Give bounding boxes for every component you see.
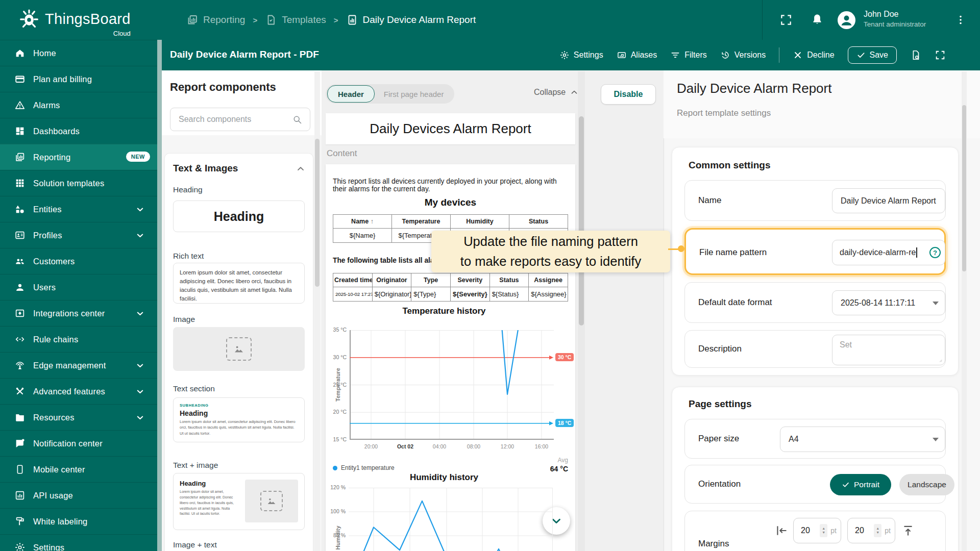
save-button[interactable]: Save — [848, 46, 897, 64]
component-heading[interactable]: Heading — [173, 201, 305, 232]
help-icon[interactable]: ? — [929, 247, 941, 258]
decline-button[interactable]: Decline — [793, 50, 834, 60]
preview-scrollbar-thumb[interactable] — [579, 116, 584, 325]
column-header[interactable]: Originator — [372, 273, 411, 287]
landscape-button[interactable]: Landscape — [899, 474, 954, 495]
sidebar-item-integrations-center[interactable]: Integrations center — [0, 300, 157, 326]
components-search[interactable] — [170, 108, 310, 131]
name-input[interactable]: Daily Device Alarm Report — [832, 188, 945, 213]
paper-size-select[interactable]: A4 — [780, 427, 945, 452]
sidebar-item-settings[interactable]: Settings — [0, 534, 157, 551]
file-name-pattern-row: File name pattern daily-device-alarm-re … — [684, 228, 946, 275]
y-axis-tick: 120 % — [321, 484, 346, 490]
chevron-up-icon[interactable] — [296, 164, 306, 174]
settings-scrollbar-thumb[interactable] — [962, 105, 966, 271]
component-text-image[interactable]: Heading Lorem ipsum dolor sit amet, cons… — [173, 473, 305, 530]
sidebar-item-label: Reporting — [33, 153, 70, 162]
aliases-button[interactable]: Aliases — [617, 50, 657, 60]
brand-sub-label: Cloud — [113, 30, 131, 37]
chart-legend[interactable]: Entity1 temperature — [333, 464, 395, 471]
settings-button[interactable]: Settings — [559, 50, 603, 60]
tab-first-page-header[interactable]: First page header — [375, 90, 453, 98]
breadcrumb-item-templates[interactable]: Templates — [265, 14, 326, 26]
sidebar-item-profiles[interactable]: Profiles — [0, 222, 157, 248]
number-stepper[interactable]: ▲▼ — [820, 524, 827, 537]
column-header[interactable]: Status — [489, 273, 529, 287]
component-text-section[interactable]: SUBHEADING Heading Lorem ipsum dolor sit… — [173, 397, 305, 442]
notifications-bell-icon[interactable] — [811, 13, 824, 26]
sidebar-item-rule-chains[interactable]: Rule chains — [0, 326, 157, 352]
breadcrumb-item-daily-device-alarm-report[interactable]: Daily Device Alarm Report — [346, 14, 476, 26]
image-placeholder — [245, 480, 298, 522]
expand-fullscreen-icon[interactable] — [935, 49, 946, 61]
sidebar-item-alarms[interactable]: Alarms — [0, 92, 157, 118]
column-header[interactable]: Status — [509, 215, 568, 229]
component-label-heading: Heading — [173, 185, 203, 194]
brand-logo[interactable]: ThingsBoard Cloud — [17, 7, 131, 31]
sidebar-item-home[interactable]: Home — [0, 40, 157, 66]
y-axis-tick: 30 °C — [322, 354, 347, 360]
disable-button[interactable]: Disable — [601, 84, 656, 105]
component-rich-text[interactable]: Lorem ipsum dolor sit amet, consectetur … — [173, 263, 305, 304]
sidebar-item-solution-templates[interactable]: Solution templates — [0, 170, 157, 196]
y-axis-tick: 35 °C — [322, 327, 347, 333]
x-axis-tick: 16:00 — [526, 443, 557, 449]
breadcrumb-item-reporting[interactable]: Reporting — [186, 14, 245, 26]
resources-icon — [14, 412, 26, 423]
avatar[interactable] — [838, 11, 855, 29]
sidebar-item-resources[interactable]: Resources — [0, 404, 157, 430]
column-header[interactable]: Type — [411, 273, 451, 287]
column-header[interactable]: Assignee — [529, 273, 568, 287]
search-input[interactable] — [178, 114, 292, 124]
file-name-pattern-input[interactable]: daily-device-alarm-re ? — [832, 240, 945, 265]
sidebar-item-users[interactable]: Users — [0, 274, 157, 300]
sidebar-item-label: Edge management — [33, 361, 106, 370]
date-format-select[interactable]: 2025-08-14 11:17:11 — [832, 290, 945, 315]
column-header[interactable]: Created time ↓ — [333, 273, 373, 287]
sidebar-item-label: API usage — [33, 491, 73, 500]
column-header[interactable]: Temperature — [392, 215, 451, 229]
versions-button[interactable]: Versions — [720, 50, 766, 60]
column-header[interactable]: Severity — [450, 273, 489, 287]
column-header[interactable]: Humidity — [451, 215, 509, 229]
text-cursor — [916, 247, 917, 258]
sidebar-item-white-labeling[interactable]: White labeling — [0, 508, 157, 534]
sidebar-item-label: Settings — [33, 543, 64, 551]
kebab-menu-icon[interactable] — [954, 13, 967, 27]
sidebar-item-advanced-features[interactable]: Advanced features — [0, 378, 157, 404]
components-panel-title: Report components — [170, 81, 276, 94]
sidebar-item-reporting[interactable]: ReportingNEW — [0, 144, 157, 170]
sidebar-item-dashboards[interactable]: Dashboards — [0, 118, 157, 144]
sidebar-item-plan-and-billing[interactable]: Plan and billing — [0, 66, 157, 92]
description-textarea[interactable]: Set — [832, 335, 945, 365]
sidebar-item-edge-management[interactable]: Edge management — [0, 352, 157, 378]
settings-icon — [14, 542, 26, 551]
components-scrollbar-thumb[interactable] — [315, 139, 320, 287]
fullscreen-icon[interactable] — [779, 13, 793, 27]
onboarding-tooltip: Update the file naming pattern to make r… — [431, 231, 670, 272]
margins-label: Margins — [698, 539, 729, 549]
sidebar-item-notification-center[interactable]: Notification center — [0, 430, 157, 456]
close-icon — [793, 50, 803, 60]
sidebar-scrollbar[interactable] — [157, 40, 162, 551]
filters-button[interactable]: Filters — [670, 50, 707, 60]
sidebar-item-customers[interactable]: Customers — [0, 248, 157, 274]
sidebar-item-entities[interactable]: Entities — [0, 196, 157, 222]
number-stepper[interactable]: ▲▼ — [874, 524, 881, 537]
sidebar-item-api-usage[interactable]: API usage — [0, 482, 157, 508]
margin-input-2[interactable]: 20 ▲▼ pt — [847, 518, 895, 543]
sidebar-item-mobile-center[interactable]: Mobile center — [0, 456, 157, 482]
generate-report-icon[interactable] — [910, 49, 921, 61]
column-header[interactable]: Name ↑ — [333, 215, 392, 229]
x-axis-tick: 12:00 — [492, 443, 523, 449]
tab-header[interactable]: Header — [327, 85, 375, 103]
portrait-button[interactable]: Portrait — [830, 474, 891, 495]
paper-size-row: Paper size A4 — [684, 419, 946, 459]
chevron-down-icon — [135, 413, 145, 422]
resize-handle-icon[interactable] — [938, 358, 943, 363]
report-header-block[interactable]: Daily Devices Alarm Report — [326, 113, 575, 144]
margin-input-1[interactable]: 20 ▲▼ pt — [793, 518, 841, 543]
user-info[interactable]: John Doe Tenant administrator — [864, 9, 926, 29]
collapse-button[interactable]: Collapse — [534, 88, 579, 97]
component-image[interactable] — [173, 327, 305, 371]
